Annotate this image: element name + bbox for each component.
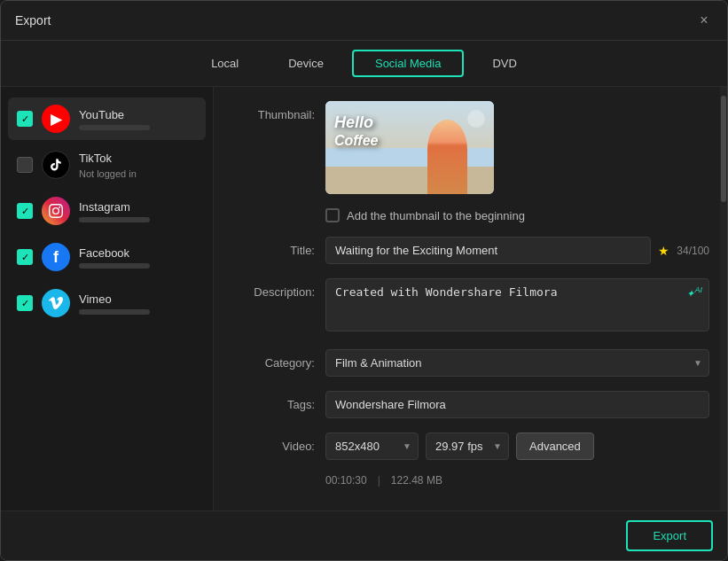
tags-field	[325, 391, 709, 418]
youtube-bar	[79, 125, 150, 130]
facebook-checkbox[interactable]: ✓	[17, 249, 33, 265]
sidebar-item-instagram[interactable]: ✓ Instagram	[8, 190, 206, 232]
tiktok-label: TikTok	[79, 152, 197, 165]
fps-select[interactable]: 29.97 fps 24 fps 30 fps 60 fps	[426, 432, 509, 460]
vimeo-label: Vimeo	[79, 292, 197, 306]
video-row: Video: 852x480 1280x720 1920x1080 29.97 …	[235, 432, 709, 460]
tabs-bar: Local Device Social Media DVD	[1, 41, 727, 87]
resolution-select[interactable]: 852x480 1280x720 1920x1080	[325, 432, 419, 460]
category-row: Category: Film & Animation Music Educati…	[235, 349, 709, 377]
scrollbar[interactable]	[720, 87, 727, 510]
description-row: Description: Created with Wondershare Fi…	[235, 278, 709, 335]
instagram-checkbox[interactable]: ✓	[17, 203, 33, 219]
export-button[interactable]: Export	[626, 520, 713, 551]
tags-label: Tags:	[235, 391, 315, 411]
sidebar-item-tiktok[interactable]: TikTok Not logged in	[8, 144, 206, 186]
thumbnail-label: Thumbnail:	[235, 101, 315, 121]
advanced-button[interactable]: Advanced	[516, 432, 594, 460]
thumbnail-field: HelloCoffee	[325, 101, 709, 194]
video-field: 852x480 1280x720 1920x1080 29.97 fps 24 …	[325, 432, 709, 460]
instagram-label: Instagram	[79, 200, 197, 214]
video-label: Video:	[235, 432, 315, 453]
youtube-info: YouTube	[79, 108, 197, 130]
title-row: Title: ★ 34/100	[235, 237, 709, 264]
tab-device[interactable]: Device	[267, 51, 345, 75]
title-bar: Export ×	[1, 1, 727, 41]
vimeo-checkbox[interactable]: ✓	[17, 295, 33, 311]
instagram-icon	[42, 197, 70, 225]
thumbnail-row: Thumbnail:	[235, 101, 709, 194]
ai-icon[interactable]: ✦AI	[686, 285, 702, 300]
facebook-icon: f	[42, 243, 70, 271]
tab-dvd[interactable]: DVD	[471, 51, 537, 75]
export-window: Export × Local Device Social Media DVD ✓…	[0, 0, 728, 561]
title-input[interactable]	[325, 237, 651, 264]
instagram-bar	[79, 217, 150, 222]
category-field: Film & Animation Music Education Enterta…	[325, 349, 709, 377]
filesize: 122.48 MB	[391, 474, 442, 487]
title-counter: 34/100	[677, 245, 709, 257]
youtube-checkbox[interactable]: ✓	[17, 111, 33, 127]
sidebar: ✓ ▶ YouTube TikTok Not logged i	[1, 87, 214, 510]
title-label: Title:	[235, 237, 315, 257]
add-thumbnail-row: Add the thumbnail to the beginning	[235, 208, 709, 222]
sidebar-item-facebook[interactable]: ✓ f Facebook	[8, 236, 206, 278]
separator: |	[378, 474, 380, 487]
tab-social-media[interactable]: Social Media	[352, 50, 464, 77]
tiktok-status: Not logged in	[79, 168, 197, 179]
description-field: Created with Wondershare Filmora ✦AI	[325, 278, 709, 335]
description-input[interactable]: Created with Wondershare Filmora	[325, 278, 709, 331]
tags-row: Tags:	[235, 391, 709, 418]
category-label: Category:	[235, 349, 315, 370]
category-select[interactable]: Film & Animation Music Education Enterta…	[325, 349, 709, 377]
scrollbar-thumb	[721, 96, 726, 202]
tiktok-checkbox[interactable]	[17, 157, 33, 173]
title-star-icon: ★	[658, 244, 669, 258]
facebook-info: Facebook	[79, 246, 197, 269]
tab-local[interactable]: Local	[190, 51, 260, 75]
sidebar-item-youtube[interactable]: ✓ ▶ YouTube	[8, 97, 206, 140]
category-select-wrapper: Film & Animation Music Education Enterta…	[325, 349, 709, 377]
resolution-select-wrapper: 852x480 1280x720 1920x1080	[325, 432, 419, 460]
sidebar-item-vimeo[interactable]: ✓ Vimeo	[8, 282, 206, 324]
instagram-info: Instagram	[79, 200, 197, 222]
footer: Export	[1, 510, 727, 560]
vimeo-info: Vimeo	[79, 292, 197, 315]
duration: 00:10:30	[325, 474, 367, 487]
right-panel: Thumbnail:	[214, 87, 727, 510]
facebook-bar	[79, 263, 150, 269]
file-info: 00:10:30 | 122.48 MB	[235, 474, 709, 487]
window-title: Export	[15, 13, 51, 27]
vimeo-bar	[79, 309, 150, 315]
youtube-icon: ▶	[42, 105, 70, 133]
tiktok-icon	[42, 151, 70, 179]
thumbnail-container[interactable]: HelloCoffee	[325, 101, 494, 194]
title-field: ★ 34/100	[325, 237, 709, 264]
close-button[interactable]: ×	[695, 12, 713, 29]
facebook-label: Facebook	[79, 246, 197, 260]
tags-input[interactable]	[325, 391, 709, 418]
fps-select-wrapper: 29.97 fps 24 fps 30 fps 60 fps	[426, 432, 509, 460]
description-label: Description:	[235, 278, 315, 299]
vimeo-icon	[42, 289, 70, 317]
tiktok-info: TikTok Not logged in	[79, 152, 197, 179]
add-thumbnail-checkbox[interactable]	[325, 208, 340, 222]
youtube-label: YouTube	[79, 108, 197, 121]
add-thumbnail-label: Add the thumbnail to the beginning	[347, 209, 525, 222]
main-content: ✓ ▶ YouTube TikTok Not logged i	[1, 87, 727, 510]
